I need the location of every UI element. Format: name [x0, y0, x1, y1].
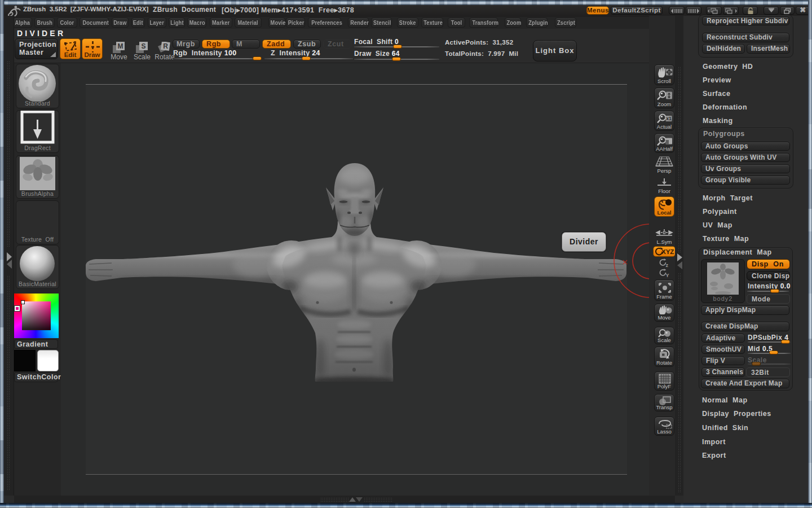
svg-text:Y: Y	[666, 273, 669, 278]
svg-text:M: M	[118, 42, 123, 50]
svg-text:S: S	[141, 42, 145, 50]
svg-text:z: z	[666, 262, 669, 268]
svg-text:x1: x1	[666, 116, 672, 121]
svg-text:R: R	[163, 42, 168, 50]
